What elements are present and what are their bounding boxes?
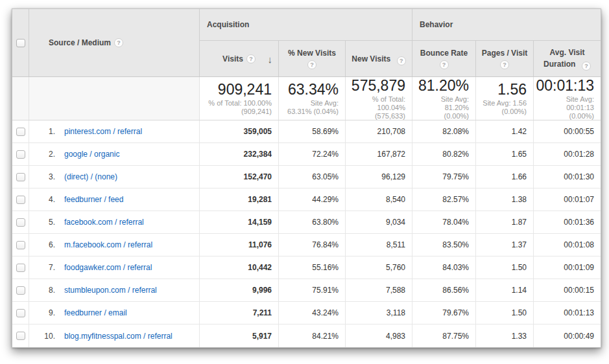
source-medium-link[interactable]: feedburner / email	[64, 308, 127, 317]
bounce-rate-cell: 82.57%	[412, 188, 476, 210]
summary-avg-visit-duration: 00:01:13 Site Avg: 00:01:13 (0.00%)	[534, 77, 601, 120]
row-checkbox[interactable]	[16, 241, 25, 249]
new-visits-cell: 3,118	[346, 302, 412, 324]
source-medium-link[interactable]: (direct) / (none)	[64, 172, 117, 181]
row-checkbox[interactable]	[16, 218, 25, 227]
pct-new-visits-cell: 44.29%	[279, 188, 346, 210]
source-medium-link[interactable]: facebook.com / referral	[64, 218, 144, 227]
pct-new-visits-cell: 63.80%	[279, 211, 346, 233]
new-visits-cell: 4,983	[346, 324, 412, 347]
help-icon[interactable]: ?	[307, 60, 316, 69]
summary-visits: 909,241 % of Total: 100.00% (909,241)	[200, 77, 279, 120]
table-row: 5. facebook.com / referral 14,159 63.80%…	[12, 211, 601, 234]
pages-visit-cell: 1.87	[476, 211, 534, 233]
new-visits-cell: 7,588	[346, 279, 412, 301]
avg-visit-duration-cell: 00:01:08	[534, 234, 601, 256]
pages-visit-cell: 1.65	[476, 143, 534, 165]
source-medium-link[interactable]: pinterest.com / referral	[64, 127, 142, 136]
source-medium-link[interactable]: feedburner / feed	[64, 195, 123, 204]
summary-pages-visit: 1.56 Site Avg: 1.56 (0.00%)	[476, 77, 534, 120]
row-checkbox-cell	[12, 211, 29, 233]
summary-source-spacer	[29, 77, 200, 120]
column-header-new-visits[interactable]: New Visits ?	[346, 41, 412, 76]
column-header-bounce-rate[interactable]: Bounce Rate ?	[412, 41, 476, 76]
row-checkbox-cell	[12, 234, 29, 256]
help-icon[interactable]: ?	[440, 60, 449, 69]
visits-cell: 152,470	[200, 166, 279, 188]
source-medium-link[interactable]: foodgawker.com / referral	[64, 263, 152, 272]
help-icon[interactable]: ?	[397, 56, 406, 65]
summary-row: 909,241 % of Total: 100.00% (909,241) 63…	[12, 77, 601, 120]
row-rank: 7.	[34, 263, 55, 272]
row-checkbox[interactable]	[16, 128, 25, 136]
visits-cell: 5,917	[200, 324, 279, 347]
table-row: 6. m.facebook.com / referral 11,076 76.8…	[12, 234, 601, 256]
visits-cell: 14,159	[200, 211, 279, 233]
acquisition-group-band: Acquisition	[200, 9, 412, 41]
behavior-group-label: Behavior	[420, 20, 453, 29]
source-medium-link[interactable]: m.facebook.com / referral	[64, 240, 152, 249]
help-icon[interactable]: ?	[246, 54, 256, 63]
row-checkbox[interactable]	[16, 309, 25, 317]
row-checkbox[interactable]	[16, 196, 25, 204]
source-medium-cell: 10. blog.myfitnesspal.com / referral	[29, 324, 200, 347]
table-row: 4. feedburner / feed 19,281 44.29% 8,540…	[12, 188, 601, 211]
row-checkbox-cell	[12, 324, 29, 347]
row-checkbox[interactable]	[16, 150, 25, 159]
avg-visit-duration-cell: 00:01:09	[534, 256, 601, 279]
bounce-rate-cell: 84.03%	[412, 256, 476, 279]
source-medium-link[interactable]: blog.myfitnesspal.com / referral	[64, 332, 173, 341]
row-checkbox[interactable]	[16, 332, 25, 340]
source-medium-cell: 9. feedburner / email	[29, 302, 200, 324]
visits-cell: 10,442	[200, 256, 279, 279]
pages-visit-cell: 1.38	[476, 188, 534, 210]
bounce-rate-cell: 79.75%	[412, 166, 476, 188]
column-header-pct-new-visits[interactable]: % New Visits ?	[279, 41, 346, 76]
row-rank: 1.	[34, 127, 55, 136]
row-checkbox[interactable]	[16, 264, 25, 272]
table-row: 8. stumbleupon.com / referral 9,996 75.9…	[12, 279, 601, 302]
pages-visit-cell: 1.42	[476, 120, 534, 142]
visits-cell: 232,384	[200, 143, 279, 165]
column-header-avg-visit-duration[interactable]: Avg. Visit Duration ?	[534, 41, 601, 76]
source-medium-link[interactable]: google / organic	[64, 150, 119, 159]
column-header-source-medium[interactable]: Source / Medium ?	[29, 9, 200, 76]
new-visits-cell: 5,760	[346, 256, 412, 279]
summary-new-visits: 575,879 % of Total: 100.04% (575,633)	[346, 77, 412, 120]
summary-checkbox-spacer	[12, 77, 29, 120]
row-checkbox[interactable]	[16, 173, 25, 181]
row-checkbox[interactable]	[16, 286, 25, 295]
acquisition-group-label: Acquisition	[207, 20, 249, 29]
pages-visit-cell: 1.37	[476, 234, 534, 256]
select-all-cell	[12, 9, 29, 76]
help-icon[interactable]: ?	[114, 38, 123, 47]
bounce-rate-cell: 83.50%	[412, 234, 476, 256]
help-icon[interactable]: ?	[582, 62, 591, 71]
analytics-table-card: Source / Medium ? Acquisition Visits ? ↓…	[12, 8, 601, 348]
bounce-rate-cell: 82.08%	[412, 120, 476, 142]
sort-descending-icon[interactable]: ↓	[268, 53, 273, 64]
source-medium-link[interactable]: stumbleupon.com / referral	[64, 286, 157, 295]
source-medium-cell: 6. m.facebook.com / referral	[29, 234, 200, 256]
new-visits-cell: 8,540	[346, 188, 412, 210]
column-header-pages-visit[interactable]: Pages / Visit ?	[476, 41, 534, 76]
avg-visit-duration-cell: 00:01:30	[534, 166, 601, 188]
bounce-rate-cell: 87.75%	[412, 324, 476, 347]
pct-new-visits-cell: 76.84%	[279, 234, 346, 256]
bounce-rate-cell: 78.04%	[412, 211, 476, 233]
pct-new-visits-cell: 55.16%	[279, 256, 346, 279]
source-medium-cell: 3. (direct) / (none)	[29, 166, 200, 188]
table-row: 9. feedburner / email 7,211 43.24% 3,118…	[12, 302, 601, 324]
row-rank: 8.	[34, 286, 55, 295]
visits-cell: 7,211	[200, 302, 279, 324]
pages-visit-cell: 1.66	[476, 166, 534, 188]
visits-cell: 19,281	[200, 188, 279, 210]
select-all-checkbox[interactable]	[16, 39, 25, 47]
table-row: 3. (direct) / (none) 152,470 63.05% 96,1…	[12, 166, 601, 188]
visits-cell: 11,076	[200, 234, 279, 256]
row-checkbox-cell	[12, 188, 29, 210]
acquisition-group: Acquisition Visits ? ↓ % New Visits ? Ne…	[200, 9, 412, 76]
help-icon[interactable]: ?	[500, 60, 509, 69]
row-rank: 10.	[34, 332, 55, 341]
column-header-visits[interactable]: Visits ? ↓	[200, 41, 279, 76]
